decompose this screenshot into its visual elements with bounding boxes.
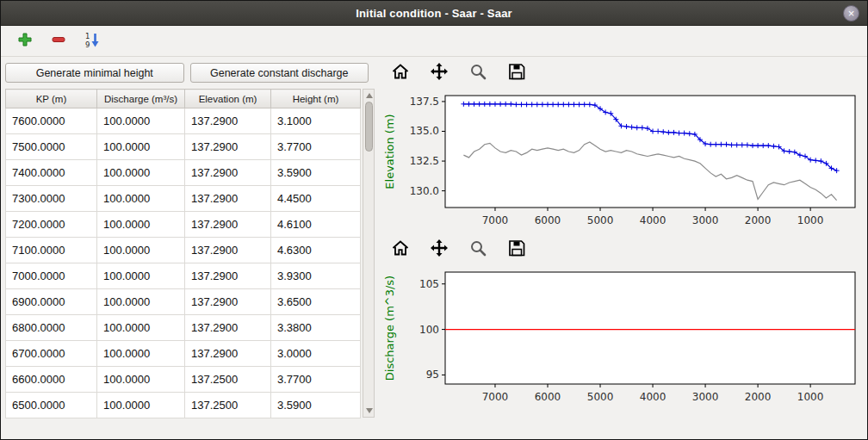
plus-icon: [17, 32, 33, 50]
discharge-chart[interactable]: 700060005000400030002000100010510095Disc…: [381, 263, 864, 412]
table-cell[interactable]: 4.6300: [271, 238, 361, 263]
generate-minimal-height-button[interactable]: Generate minimal height: [5, 63, 184, 83]
pan-icon: [430, 62, 449, 84]
discharge-save-button[interactable]: [505, 239, 529, 261]
svg-text:6000: 6000: [535, 391, 561, 403]
table-cell[interactable]: 3.1000: [271, 108, 361, 134]
scrollbar-thumb[interactable]: [365, 102, 373, 152]
table-row: 7500.0000100.0000137.29003.7700: [6, 134, 361, 160]
table-row: 7600.0000100.0000137.29003.1000: [6, 108, 361, 134]
table-cell[interactable]: 100.0000: [97, 367, 185, 393]
svg-text:2000: 2000: [745, 391, 772, 403]
table-cell[interactable]: 100.0000: [97, 238, 185, 263]
svg-text:7000: 7000: [482, 391, 509, 403]
table-cell[interactable]: 100.0000: [97, 263, 185, 289]
table-cell[interactable]: 137.2900: [185, 160, 271, 186]
scroll-up-icon[interactable]: [366, 93, 373, 98]
table-cell[interactable]: 100.0000: [97, 134, 185, 160]
table-cell[interactable]: 137.2900: [185, 238, 271, 263]
table-row: 6800.0000100.0000137.29003.3800: [6, 315, 361, 341]
table-cell[interactable]: 3.9300: [271, 263, 361, 289]
table-row: 7000.0000100.0000137.29003.9300: [6, 263, 361, 289]
content-area: Generate minimal height Generate constan…: [1, 57, 867, 439]
svg-text:9: 9: [85, 40, 90, 48]
table-cell[interactable]: 6900.0000: [6, 289, 97, 315]
table-cell[interactable]: 3.5900: [271, 393, 361, 418]
column-header[interactable]: Discharge (m³/s): [97, 90, 185, 108]
discharge-zoom-button[interactable]: [466, 239, 490, 261]
remove-row-button[interactable]: [47, 30, 70, 53]
elevation-zoom-button[interactable]: [466, 62, 490, 84]
table-row: 7400.0000100.0000137.29003.5900: [6, 160, 361, 186]
svg-text:4000: 4000: [640, 214, 666, 226]
table-row: 6700.0000100.0000137.29003.0000: [6, 341, 361, 367]
table-cell[interactable]: 7000.0000: [6, 263, 97, 289]
table-cell[interactable]: 137.2500: [185, 393, 271, 418]
discharge-plot-toolbar: [381, 235, 864, 263]
table-cell[interactable]: 7100.0000: [6, 238, 97, 263]
close-icon: ×: [848, 8, 855, 19]
elevation-save-button[interactable]: [505, 62, 529, 84]
table-cell[interactable]: 7500.0000: [6, 134, 97, 160]
table-cell[interactable]: 3.7700: [271, 367, 361, 393]
table-body: 7600.0000100.0000137.29003.10007500.0000…: [6, 108, 361, 418]
table-cell[interactable]: 137.2900: [185, 289, 271, 315]
table-cell[interactable]: 4.6100: [271, 212, 361, 238]
svg-text:130.0: 130.0: [410, 185, 439, 197]
table-cell[interactable]: 3.7700: [271, 134, 361, 160]
column-header[interactable]: Elevation (m): [185, 90, 271, 108]
table-cell[interactable]: 3.3800: [271, 315, 361, 341]
table-cell[interactable]: 137.2900: [185, 315, 271, 341]
sort-button[interactable]: 1 9: [81, 30, 103, 53]
table-cell[interactable]: 6500.0000: [6, 393, 97, 418]
table-cell[interactable]: 6600.0000: [6, 367, 97, 393]
table-cell[interactable]: 100.0000: [97, 212, 185, 238]
table-cell[interactable]: 100.0000: [97, 341, 185, 367]
table-cell[interactable]: 137.2900: [185, 341, 271, 367]
generate-buttons-row: Generate minimal height Generate constan…: [5, 63, 375, 83]
elevation-chart[interactable]: 7000600050004000300020001000137.5135.013…: [381, 87, 864, 235]
table-cell[interactable]: 3.0000: [271, 341, 361, 367]
table-cell[interactable]: 100.0000: [97, 393, 185, 418]
column-header[interactable]: KP (m): [6, 90, 97, 108]
svg-text:95: 95: [426, 369, 439, 381]
table-cell[interactable]: 7400.0000: [6, 160, 97, 186]
table-cell[interactable]: 137.2500: [185, 367, 271, 393]
table-cell[interactable]: 137.2900: [185, 212, 271, 238]
table-cell[interactable]: 137.2900: [185, 108, 271, 134]
table-cell[interactable]: 6700.0000: [6, 341, 97, 367]
pan-icon: [430, 239, 449, 260]
add-row-button[interactable]: [14, 30, 36, 53]
table-cell[interactable]: 100.0000: [97, 186, 185, 212]
scroll-down-icon[interactable]: [366, 408, 373, 413]
discharge-home-button[interactable]: [388, 239, 412, 261]
right-panel: 7000600050004000300020001000137.5135.013…: [375, 57, 867, 439]
elevation-pan-button[interactable]: [427, 62, 451, 84]
discharge-pan-button[interactable]: [427, 239, 451, 261]
initial-condition-table: KP (m)Discharge (m³/s)Elevation (m)Heigh…: [5, 89, 361, 418]
table-cell[interactable]: 3.6500: [271, 289, 361, 315]
table-cell[interactable]: 7200.0000: [6, 212, 97, 238]
elevation-home-button[interactable]: [388, 62, 412, 84]
table-cell[interactable]: 137.2900: [185, 134, 271, 160]
table-cell[interactable]: 137.2900: [185, 186, 271, 212]
table-scrollbar[interactable]: [363, 89, 375, 418]
svg-text:2000: 2000: [745, 214, 772, 226]
table-cell[interactable]: 137.2900: [185, 263, 271, 289]
table-cell[interactable]: 100.0000: [97, 315, 185, 341]
table-cell[interactable]: 7300.0000: [6, 186, 97, 212]
table-cell[interactable]: 100.0000: [97, 160, 185, 186]
main-toolbar: 1 9: [1, 26, 867, 57]
svg-text:1000: 1000: [797, 391, 824, 403]
table-cell[interactable]: 100.0000: [97, 108, 185, 134]
svg-text:1: 1: [85, 32, 90, 40]
generate-constant-discharge-button[interactable]: Generate constant discharge: [190, 63, 369, 83]
table-cell[interactable]: 3.5900: [271, 160, 361, 186]
table-cell[interactable]: 4.4500: [271, 186, 361, 212]
zoom-icon: [468, 62, 487, 84]
table-cell[interactable]: 7600.0000: [6, 108, 97, 134]
close-button[interactable]: ×: [843, 5, 859, 22]
table-cell[interactable]: 100.0000: [97, 289, 185, 315]
column-header[interactable]: Height (m): [271, 90, 361, 108]
table-cell[interactable]: 6800.0000: [6, 315, 97, 341]
